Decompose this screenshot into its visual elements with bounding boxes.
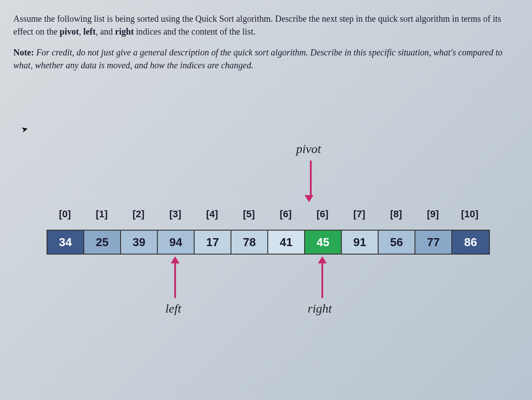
right-label: right [308, 302, 332, 316]
question-post: indices and the content of the list. [134, 27, 255, 36]
index-cell: [1] [83, 208, 120, 220]
pivot-arrow-icon [308, 161, 313, 202]
index-cell: [5] [231, 208, 267, 220]
question-mid2: , and [96, 27, 115, 36]
pivot-word: pivot [60, 27, 79, 36]
value-cell: 56 [379, 231, 415, 254]
right-word: right [115, 27, 134, 36]
index-cell: [6] [304, 208, 341, 220]
value-cell: 25 [84, 231, 121, 254]
index-cell: [9] [415, 208, 451, 220]
question-text: Assume the following list is being sorte… [13, 12, 519, 38]
value-cell: 78 [231, 231, 268, 254]
index-cell: [6] [267, 208, 304, 220]
value-cell: 34 [47, 231, 84, 254]
value-row: 34 25 39 94 17 78 41 45 91 56 77 86 [47, 230, 490, 255]
index-row: [0] [1] [2] [3] [4] [5] [6] [6] [7] [8] … [47, 208, 488, 220]
note-label: Note: [13, 47, 34, 57]
value-cell: 17 [195, 231, 231, 254]
value-cell-pivot: 45 [305, 231, 342, 254]
left-arrow-icon [174, 256, 180, 298]
right-arrow-icon [321, 256, 327, 298]
value-cell: 77 [415, 231, 452, 254]
note-text: Note: For credit, do not just give a gen… [13, 46, 519, 72]
note-body: For credit, do not just give a general d… [13, 47, 502, 70]
index-cell: [10] [451, 208, 488, 220]
question-mid1: , [79, 27, 83, 36]
value-cell: 94 [158, 231, 195, 254]
value-cell: 39 [121, 231, 158, 254]
left-word: left [83, 27, 96, 36]
index-cell: [3] [157, 208, 194, 220]
cursor-icon: ➤ [20, 123, 29, 134]
index-cell: [4] [194, 208, 231, 220]
value-cell: 41 [268, 231, 305, 254]
pivot-label: pivot [296, 142, 321, 156]
index-cell: [7] [341, 208, 378, 220]
value-cell: 91 [342, 231, 379, 254]
left-label: left [165, 302, 181, 316]
index-cell: [0] [47, 208, 83, 220]
index-cell: [2] [120, 208, 157, 220]
value-cell: 86 [452, 231, 489, 254]
index-cell: [8] [378, 208, 415, 220]
